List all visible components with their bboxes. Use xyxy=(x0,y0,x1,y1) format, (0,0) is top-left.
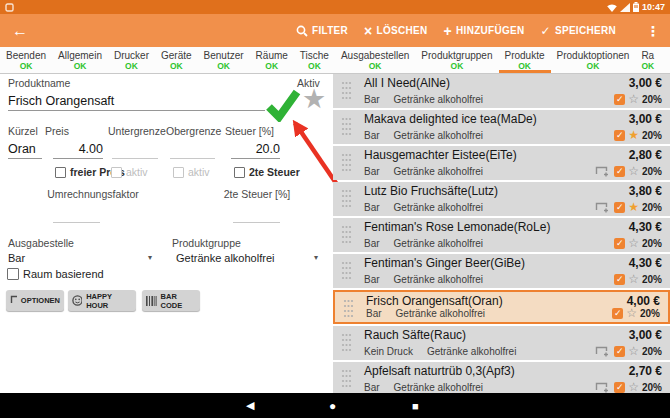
tab-benutzer[interactable]: Benutzer OK xyxy=(198,47,250,73)
tab-ausgabestellen[interactable]: Ausgabestellen OK xyxy=(335,47,415,73)
favorite-star-icon[interactable] xyxy=(302,86,326,113)
kuerzel-input[interactable]: Oran xyxy=(8,141,42,159)
delete-button[interactable]: LÖSCHEN xyxy=(364,25,427,36)
drag-handle-icon[interactable] xyxy=(341,117,352,136)
product-row[interactable]: Lutz Bio Fruchsäfte(Lutz) Bar Getränke a… xyxy=(333,182,670,216)
happy-hour-button[interactable]: HAPPY HOUR xyxy=(68,290,136,311)
product-favorite-star-icon[interactable] xyxy=(628,165,639,177)
back-icon[interactable] xyxy=(12,22,28,40)
product-active-checkbox[interactable] xyxy=(614,94,625,105)
pos-settings-screen: 10:47 FILTER LÖSCHEN HINZUFÜGEN SPEICH xyxy=(0,0,670,418)
nav-back-icon[interactable] xyxy=(246,393,254,418)
product-active-checkbox[interactable] xyxy=(614,382,625,393)
active-check-icon[interactable] xyxy=(264,88,302,122)
product-favorite-star-icon[interactable] xyxy=(626,307,637,319)
produktgruppe-dropdown-icon[interactable] xyxy=(314,253,318,262)
untergrenze-aktiv-checkbox[interactable] xyxy=(111,167,122,178)
zweite-steuer-checkbox[interactable] xyxy=(234,167,245,178)
product-row[interactable]: Fentiman's Ginger Beer(GiBe) Bar Getränk… xyxy=(333,254,670,288)
product-outlet: Bar xyxy=(364,238,380,249)
tab-produktgruppen[interactable]: Produktgruppen OK xyxy=(415,47,498,73)
product-active-checkbox[interactable] xyxy=(614,166,625,177)
overflow-menu-icon[interactable] xyxy=(646,23,660,39)
product-row[interactable]: Apfelsaft naturtrüb 0,3(Apf3) Bar Geträn… xyxy=(333,362,670,393)
optionen-button[interactable]: OPTIONEN xyxy=(6,290,64,311)
product-list: All I Need(AlNe) Bar Getränke alkoholfre… xyxy=(331,74,670,393)
nav-recents-icon[interactable] xyxy=(412,393,419,418)
product-active-checkbox[interactable] xyxy=(614,130,625,141)
options-icon xyxy=(595,166,608,177)
add-button[interactable]: HINZUFÜGEN xyxy=(444,25,525,36)
product-favorite-star-icon[interactable] xyxy=(628,201,639,213)
product-edit-form: Produktname Frisch Orangensaft Aktiv Kür… xyxy=(0,74,331,393)
product-row[interactable]: Hausgemachter Eistee(EiTe) Bar Getränke … xyxy=(333,146,670,180)
product-price: 4,30 € xyxy=(629,220,662,234)
product-favorite-star-icon[interactable] xyxy=(628,237,639,249)
raum-basierend-checkbox[interactable] xyxy=(7,268,19,280)
product-row[interactable]: Frisch Orangensaft(Oran) Bar Getränke al… xyxy=(333,290,670,324)
product-favorite-star-icon[interactable] xyxy=(628,381,639,393)
product-favorite-star-icon[interactable] xyxy=(628,273,639,285)
ausgabestelle-label: Ausgabestelle xyxy=(8,237,74,249)
product-favorite-star-icon[interactable] xyxy=(628,129,639,141)
product-favorite-star-icon[interactable] xyxy=(628,93,639,105)
product-tax: 20% xyxy=(642,166,662,177)
tab-produktoptionen[interactable]: Produktoptionen OK xyxy=(551,47,636,73)
drag-handle-icon[interactable] xyxy=(341,261,352,280)
product-row[interactable]: All I Need(AlNe) Bar Getränke alkoholfre… xyxy=(333,74,670,108)
ausgabestelle-select[interactable]: Bar xyxy=(8,252,25,264)
product-sub: Bar Getränke alkoholfrei xyxy=(364,238,483,249)
options-icon xyxy=(595,202,608,213)
ausgabestelle-dropdown-icon[interactable] xyxy=(148,253,152,262)
content: Produktname Frisch Orangensaft Aktiv Kür… xyxy=(0,74,670,393)
freier-preis-checkbox[interactable] xyxy=(55,167,66,178)
tab-ger-te[interactable]: Geräte OK xyxy=(155,47,198,73)
product-active-checkbox[interactable] xyxy=(614,202,625,213)
untergrenze-input[interactable] xyxy=(112,141,158,159)
obergrenze-aktiv-checkbox[interactable] xyxy=(173,167,184,178)
product-price: 3,00 € xyxy=(629,112,662,126)
steuer-input[interactable]: 20.0 xyxy=(231,141,280,159)
product-active-checkbox[interactable] xyxy=(614,346,625,357)
tab-ra[interactable]: Ra OK xyxy=(635,47,660,73)
produktgruppe-select[interactable]: Getränke alkoholfrei xyxy=(176,252,274,264)
tab-r-ume[interactable]: Räume OK xyxy=(250,47,294,73)
product-row[interactable]: Rauch Säfte(Rauc) Kein Druck Getränke al… xyxy=(333,326,670,360)
product-favorite-star-icon[interactable] xyxy=(628,345,639,357)
produktname-input[interactable]: Frisch Orangensaft xyxy=(8,93,265,111)
umrechnungsfaktor-input[interactable] xyxy=(53,205,100,223)
product-sub: Bar Getränke alkoholfrei xyxy=(366,308,485,319)
obergrenze-input[interactable] xyxy=(170,141,215,159)
preis-input[interactable]: 4.00 xyxy=(53,141,103,159)
drag-handle-icon[interactable] xyxy=(341,81,352,100)
product-row[interactable]: Fentiman's Rose Lemonade(RoLe) Bar Geträ… xyxy=(333,218,670,252)
product-sub: Kein Druck Getränke alkoholfrei xyxy=(364,346,516,357)
tab-tische[interactable]: Tische OK xyxy=(294,47,335,73)
drag-handle-icon[interactable] xyxy=(341,153,352,172)
tab-status-ok: OK xyxy=(217,61,230,71)
drag-handle-icon[interactable] xyxy=(341,189,352,208)
zweite-steuer-pct-input[interactable] xyxy=(233,205,280,223)
product-price: 3,00 € xyxy=(629,328,662,342)
product-active-checkbox[interactable] xyxy=(614,238,625,249)
drag-handle-icon[interactable] xyxy=(341,225,352,244)
tab-drucker[interactable]: Drucker OK xyxy=(108,47,155,73)
drag-handle-icon[interactable] xyxy=(343,299,354,318)
tab-label: Tische xyxy=(300,50,329,61)
save-button[interactable]: SPEICHERN xyxy=(541,25,616,36)
drag-handle-icon[interactable] xyxy=(341,333,352,352)
filter-button[interactable]: FILTER xyxy=(296,25,348,37)
tab-beenden[interactable]: Beenden OK xyxy=(0,47,52,73)
product-row[interactable]: Makava delighted ice tea(MaDe) Bar Geträ… xyxy=(333,110,670,144)
nav-home-icon[interactable] xyxy=(329,393,336,418)
bar-code-button[interactable]: BAR CODE xyxy=(142,290,200,311)
product-name: Hausgemachter Eistee(EiTe) xyxy=(364,148,517,162)
tab-produkte[interactable]: Produkte OK xyxy=(499,47,551,73)
filter-label: FILTER xyxy=(312,25,348,36)
product-active-checkbox[interactable] xyxy=(612,308,623,319)
drag-handle-icon[interactable] xyxy=(341,369,352,388)
product-badges: 20% xyxy=(595,201,662,213)
tab-allgemein[interactable]: Allgemein OK xyxy=(52,47,108,73)
close-icon xyxy=(364,26,372,36)
product-active-checkbox[interactable] xyxy=(614,274,625,285)
